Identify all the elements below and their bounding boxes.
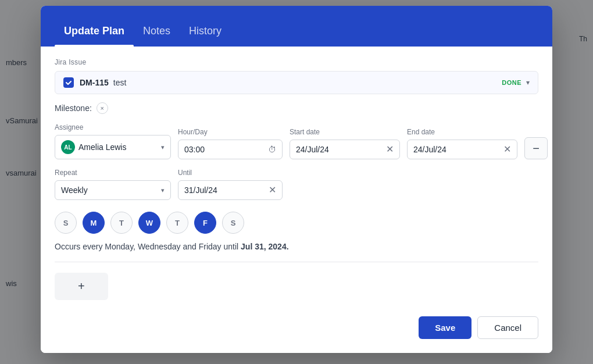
jira-issue-title: test bbox=[113, 78, 502, 87]
jira-status-badge: DONE bbox=[502, 79, 521, 86]
end-date-field-group: End date 24/Jul/24 ✕ bbox=[407, 128, 517, 159]
remove-row-button[interactable]: − bbox=[524, 137, 548, 159]
jira-chevron-icon[interactable]: ▾ bbox=[526, 78, 530, 87]
jira-issue-id: DM-115 bbox=[80, 78, 109, 87]
start-date-field-group: Start date 24/Jul/24 ✕ bbox=[290, 128, 400, 159]
repeat-until-grid: Repeat Weekly ▾ Until 31/Jul/24 ✕ bbox=[55, 169, 538, 200]
occurrence-description: Occurs every Monday, Wednesday and Frida… bbox=[55, 242, 538, 262]
start-date-clear-icon[interactable]: ✕ bbox=[386, 145, 394, 154]
until-field-group: Until 31/Jul/24 ✕ bbox=[178, 169, 283, 200]
hour-day-label: Hour/Day bbox=[178, 128, 283, 136]
tab-history[interactable]: History bbox=[180, 13, 231, 47]
repeat-caret-icon: ▾ bbox=[161, 187, 165, 194]
jira-section-label: Jira Issue bbox=[55, 58, 538, 66]
modal-footer: Save Cancel bbox=[55, 314, 538, 339]
repeat-value: Weekly bbox=[61, 185, 158, 195]
end-date-value: 24/Jul/24 bbox=[413, 145, 446, 154]
start-date-label: Start date bbox=[290, 128, 400, 136]
modal-header: Update Plan Notes History bbox=[41, 6, 552, 47]
assignee-caret-icon: ▾ bbox=[161, 144, 165, 151]
day-saturday[interactable]: S bbox=[222, 212, 244, 234]
clock-icon: ⏱ bbox=[268, 145, 276, 154]
hour-day-input[interactable]: 03:00 ⏱ bbox=[178, 140, 283, 159]
milestone-row: Milestone: × bbox=[55, 102, 538, 114]
repeat-field-group: Repeat Weekly ▾ bbox=[55, 169, 171, 200]
modal-body: Jira Issue DM-115 test DONE ▾ Milestone: bbox=[41, 47, 552, 353]
until-label: Until bbox=[178, 169, 283, 177]
end-date-input[interactable]: 24/Jul/24 ✕ bbox=[407, 140, 517, 159]
repeat-select[interactable]: Weekly ▾ bbox=[55, 180, 171, 200]
until-input[interactable]: 31/Jul/24 ✕ bbox=[178, 180, 283, 200]
tab-update-plan[interactable]: Update Plan bbox=[55, 13, 134, 47]
modal-overlay: Update Plan Notes History Jira Issue bbox=[0, 0, 593, 364]
page-background: mbers vSamurai vsamurai wis Th Update Pl… bbox=[0, 0, 593, 364]
assignee-avatar: AL bbox=[61, 140, 75, 154]
modal-container: Update Plan Notes History Jira Issue bbox=[41, 6, 552, 353]
day-tuesday[interactable]: T bbox=[110, 212, 133, 234]
day-friday[interactable]: F bbox=[194, 212, 216, 234]
day-thursday[interactable]: T bbox=[166, 212, 188, 234]
jira-checkbox[interactable] bbox=[63, 77, 74, 88]
assignee-value: Amelia Lewis bbox=[78, 142, 158, 152]
start-date-input[interactable]: 24/Jul/24 ✕ bbox=[290, 140, 400, 159]
day-sunday[interactable]: S bbox=[55, 212, 77, 234]
until-clear-icon[interactable]: ✕ bbox=[269, 185, 276, 195]
hour-day-value: 03:00 bbox=[184, 145, 205, 154]
day-selector: S M T W T F S bbox=[55, 212, 538, 234]
day-wednesday[interactable]: W bbox=[138, 212, 160, 234]
milestone-label: Milestone: bbox=[55, 104, 92, 113]
repeat-label: Repeat bbox=[55, 169, 171, 177]
main-fields-grid: Assignee AL Amelia Lewis ▾ Hour/Day bbox=[55, 123, 538, 159]
save-button[interactable]: Save bbox=[419, 316, 471, 339]
end-date-clear-icon[interactable]: ✕ bbox=[503, 145, 511, 154]
day-monday[interactable]: M bbox=[83, 212, 105, 234]
milestone-clear-button[interactable]: × bbox=[97, 102, 108, 114]
cancel-button[interactable]: Cancel bbox=[477, 316, 538, 339]
start-date-value: 24/Jul/24 bbox=[296, 145, 329, 154]
hour-day-field-group: Hour/Day 03:00 ⏱ bbox=[178, 128, 283, 159]
assignee-field-group: Assignee AL Amelia Lewis ▾ bbox=[55, 123, 171, 159]
assignee-select[interactable]: AL Amelia Lewis ▾ bbox=[55, 135, 171, 159]
add-row-button[interactable]: + bbox=[55, 273, 108, 300]
assignee-label: Assignee bbox=[55, 123, 171, 131]
until-value: 31/Jul/24 bbox=[184, 185, 217, 195]
jira-issue-row: DM-115 test DONE ▾ bbox=[55, 71, 538, 94]
end-date-label: End date bbox=[407, 128, 517, 136]
occurrence-date-bold: Jul 31, 2024. bbox=[241, 242, 289, 251]
tab-notes[interactable]: Notes bbox=[134, 13, 180, 47]
